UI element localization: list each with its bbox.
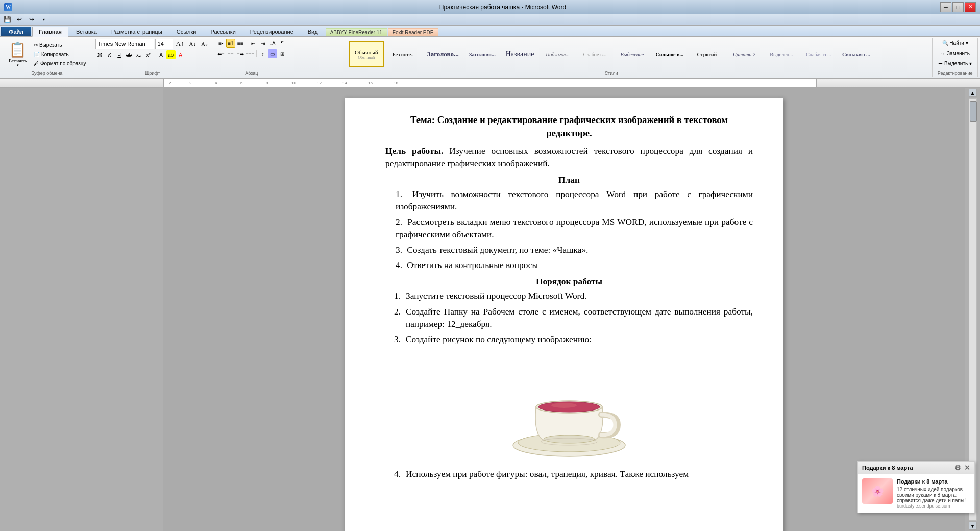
document-scroll-area[interactable]: Тема: Создание и редактирование графичес… xyxy=(163,88,965,531)
quick-access-toolbar: 💾 ↩ ↪ ▾ xyxy=(0,14,980,26)
style-highlight[interactable]: Выделен... xyxy=(764,41,799,67)
paste-button[interactable]: 📋 Вставить ▾ xyxy=(5,40,30,68)
style-title[interactable]: Название xyxy=(502,41,538,67)
borders-button[interactable]: ⊞ xyxy=(278,49,287,58)
cut-button[interactable]: ✂ Вырезать xyxy=(31,41,88,49)
justify-button[interactable]: ≡≡≡ xyxy=(246,49,255,58)
ribbon-group-font: Times New Roman 14 A↑ A↓ Aₓ Ж К Ч аb x₂ … xyxy=(92,38,213,77)
numbering-button[interactable]: ≡1 xyxy=(226,39,235,48)
style-heading1[interactable]: Заголово... xyxy=(423,41,463,67)
show-marks-button[interactable]: ¶ xyxy=(278,39,287,48)
close-button[interactable]: ✕ xyxy=(965,2,976,12)
decrease-indent-button[interactable]: ⇤ xyxy=(249,39,258,48)
underline-button[interactable]: Ч xyxy=(115,50,124,59)
text-effects-button[interactable]: A xyxy=(157,50,166,59)
ribbon-group-paragraph: ≡• ≡1 ≡≡ ⇤ ⇥ ↕A ¶ ⬅≡ ≡≡ ≡➡ ≡≡≡ ↕ ▭ ⊞ Абз… xyxy=(213,38,290,77)
italic-button[interactable]: К xyxy=(105,50,114,59)
multilevel-list-button[interactable]: ≡≡ xyxy=(236,39,245,48)
style-strong[interactable]: Сильное в... xyxy=(651,41,687,67)
subscript-button[interactable]: x₂ xyxy=(134,50,143,59)
increase-font-button[interactable]: A↑ xyxy=(174,39,186,49)
style-heading2[interactable]: Заголово... xyxy=(464,41,500,67)
plan-item-1: 1. Изучить возможности текстового процес… xyxy=(385,188,753,213)
style-subtitle[interactable]: Подзагол... xyxy=(540,41,575,67)
cup-illustration xyxy=(385,356,753,458)
document-area: Тема: Создание и редактирование графичес… xyxy=(0,88,980,531)
title-bar: W Практическая работа чашка - Microsoft … xyxy=(0,0,980,14)
align-left-button[interactable]: ⬅≡ xyxy=(216,49,226,58)
tab-insert[interactable]: Вставка xyxy=(69,27,104,36)
plan-item-4: 4. Ответить на контрольные вопросы xyxy=(385,259,753,272)
decrease-font-button[interactable]: A↓ xyxy=(187,40,198,48)
clear-formatting-button[interactable]: Aₓ xyxy=(199,40,210,49)
replace-button[interactable]: ↔ Заменить xyxy=(938,49,972,57)
plan-item-2: 2. Рассмотреть вкладки меню текстового п… xyxy=(385,216,753,241)
font-size-selector[interactable]: 14 xyxy=(155,39,173,49)
style-strong-ref[interactable]: Сильная с... xyxy=(838,41,874,67)
document-title: Тема: Создание и редактирование графичес… xyxy=(385,113,753,140)
tab-foxit[interactable]: Foxit Reader PDF xyxy=(388,28,438,36)
style-quote2[interactable]: Цитата 2 xyxy=(726,41,762,67)
redo-button[interactable]: ↪ xyxy=(27,15,37,25)
procedure-item-3: 3. Создайте рисунок по следующему изобра… xyxy=(385,333,753,346)
window-title: Практическая работа чашка - Microsoft Wo… xyxy=(65,4,940,11)
style-subtle[interactable]: Слабое в... xyxy=(577,41,612,67)
procedure-item-2: 2. Создайте Папку на Рабочем столе с име… xyxy=(385,306,753,331)
tab-references[interactable]: Ссылки xyxy=(170,27,203,36)
ribbon-tabs: Файл Главная Вставка Разметка страницы С… xyxy=(0,26,980,37)
ruler: 2 2 4 6 8 10 12 14 16 18 xyxy=(0,79,980,88)
line-spacing-button[interactable]: ↕ xyxy=(258,49,267,58)
document-page: Тема: Создание и редактирование графичес… xyxy=(345,98,783,531)
find-button[interactable]: 🔍 Найти ▾ xyxy=(940,39,971,47)
notification-close-button[interactable]: ✕ xyxy=(964,464,970,472)
undo-button[interactable]: ↩ xyxy=(14,15,24,25)
tab-layout[interactable]: Разметка страницы xyxy=(105,27,169,36)
tab-review[interactable]: Рецензирование xyxy=(243,27,300,36)
tab-mailings[interactable]: Рассылки xyxy=(204,27,242,36)
highlight-button[interactable]: ab xyxy=(166,50,176,59)
quick-toolbar-dropdown[interactable]: ▾ xyxy=(39,15,49,25)
align-right-button[interactable]: ≡➡ xyxy=(236,49,245,58)
clipboard-group-label: Буфер обмена xyxy=(31,69,62,76)
bullets-button[interactable]: ≡• xyxy=(216,39,226,48)
procedure-title: Порядок работы xyxy=(385,277,753,287)
tab-home[interactable]: Главная xyxy=(32,27,68,37)
style-emphasis[interactable]: Выделение xyxy=(614,41,650,67)
save-button[interactable]: 💾 xyxy=(2,15,12,25)
scroll-up-button[interactable]: ▲ xyxy=(969,89,977,97)
ribbon-group-editing: 🔍 Найти ▾ ↔ Заменить ☰ Выделить ▾ Редакт… xyxy=(933,38,978,77)
tab-file[interactable]: Файл xyxy=(1,27,31,36)
style-weak-ref[interactable]: Слабая сс... xyxy=(801,41,837,67)
align-center-button[interactable]: ≡≡ xyxy=(226,49,235,58)
style-no-spacing[interactable]: Без инте... xyxy=(386,41,422,67)
notification-settings-button[interactable]: ⚙ xyxy=(954,464,961,472)
procedure-item-4: 4. Используем при работе фигуры: овал, т… xyxy=(385,468,753,480)
notification-body-text: 12 отличных идей подарков своими руками … xyxy=(897,487,970,503)
scroll-thumb[interactable] xyxy=(970,101,977,122)
notification-image: 🌸 xyxy=(862,478,893,504)
minimize-button[interactable]: ─ xyxy=(940,2,951,12)
select-button[interactable]: ☰ Выделить ▾ xyxy=(936,59,974,67)
plan-title: План xyxy=(385,175,753,185)
notification-url: burdastyle.sendpulse.com xyxy=(897,503,970,509)
tab-abbyy[interactable]: ABBYY FineReader 11 xyxy=(326,28,387,36)
plan-item-3: 3. Создать текстовый документ, по теме: … xyxy=(385,244,753,256)
style-normal[interactable]: Обычный Обычный xyxy=(349,41,384,67)
tab-view[interactable]: Вид xyxy=(301,27,325,36)
scroll-down-button[interactable]: ▼ xyxy=(969,522,977,530)
ribbon-group-styles: Обычный Обычный Без инте... Заголово... … xyxy=(290,38,933,77)
style-strict[interactable]: Строгий xyxy=(689,41,725,67)
bold-button[interactable]: Ж xyxy=(95,50,105,59)
procedure-item-1: 1. Запустите текстовый процессор Microso… xyxy=(385,290,753,302)
strikethrough-button[interactable]: аb xyxy=(125,50,134,59)
copy-button[interactable]: 📄 Копировать xyxy=(31,50,88,58)
font-color-button[interactable]: A xyxy=(176,50,185,59)
ribbon-group-clipboard: 📋 Вставить ▾ ✂ Вырезать 📄 Копировать 🖌 Ф… xyxy=(2,38,92,77)
shading-button[interactable]: ▭ xyxy=(268,49,277,58)
format-painter-button[interactable]: 🖌 Формат по образцу xyxy=(31,59,88,67)
font-name-selector[interactable]: Times New Roman xyxy=(95,39,154,49)
increase-indent-button[interactable]: ⇥ xyxy=(258,39,267,48)
superscript-button[interactable]: x² xyxy=(144,50,153,59)
maximize-button[interactable]: □ xyxy=(952,2,964,12)
sort-button[interactable]: ↕A xyxy=(268,39,277,48)
